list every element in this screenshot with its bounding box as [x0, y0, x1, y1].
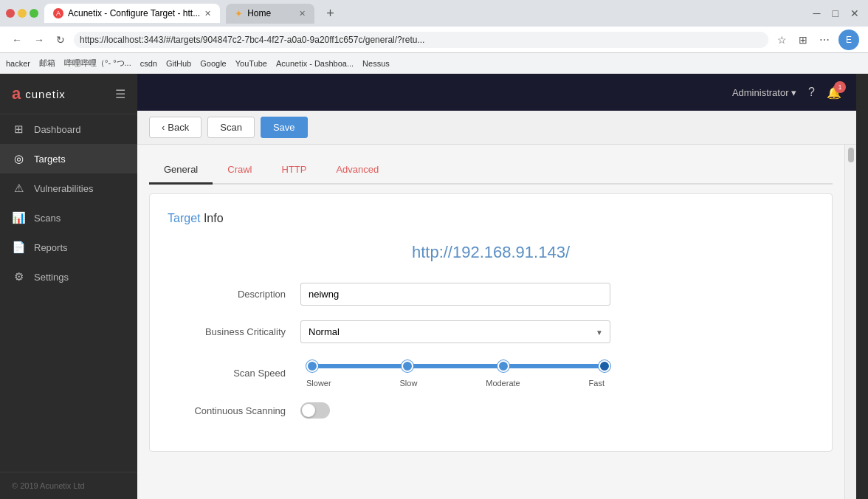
bookmark-github[interactable]: GitHub	[166, 59, 191, 68]
close-button[interactable]: ✕	[847, 4, 862, 22]
slider-dot-slower[interactable]	[306, 360, 318, 372]
bookmarks-bar: hacker 邮箱 哔哩哔哩（°- °つ... csdn GitHub Goog…	[0, 53, 868, 74]
slider-label-fast: Fast	[589, 379, 604, 388]
maximize-button[interactable]: □	[830, 4, 841, 22]
main-content: Administrator ▾ ? 🔔 1 ‹ Back Sca	[137, 74, 856, 499]
forward-nav-button[interactable]: →	[31, 31, 47, 49]
sidebar-item-label-vulnerabilities: Vulnerabilities	[34, 183, 93, 194]
description-input[interactable]	[300, 283, 610, 306]
scan-button-label: Scan	[220, 122, 242, 133]
sidebar-item-scans[interactable]: 📊 Scans	[0, 203, 137, 233]
tab-crawl[interactable]: Crawl	[213, 156, 266, 185]
new-tab-button[interactable]: +	[320, 3, 340, 24]
scan-button[interactable]: Scan	[207, 117, 255, 138]
window-maximize-button[interactable]	[30, 9, 38, 18]
reports-icon: 📄	[12, 241, 25, 254]
save-button[interactable]: Save	[261, 117, 308, 138]
help-icon[interactable]: ?	[808, 86, 815, 99]
user-dropdown-icon: ▾	[791, 87, 796, 98]
sidebar-footer: © 2019 Acunetix Ltd	[0, 472, 137, 499]
copyright-text: © 2019 Acunetix Ltd	[12, 481, 85, 490]
notification-button[interactable]: 🔔 1	[827, 86, 841, 100]
bookmark-mail[interactable]: 邮箱	[39, 58, 55, 69]
bookmark-youtube[interactable]: YouTube	[235, 59, 267, 68]
save-button-label: Save	[273, 122, 295, 133]
sidebar-navigation: ⊞ Dashboard ◎ Targets ⚠ Vulnerabilities …	[0, 114, 137, 472]
tab-label-inactive: Home	[247, 8, 271, 18]
browser-tab-inactive[interactable]: ✦ Home ✕	[226, 4, 314, 24]
description-field	[300, 283, 610, 306]
sidebar-item-vulnerabilities[interactable]: ⚠ Vulnerabilities	[0, 173, 137, 203]
sidebar-item-label-settings: Settings	[34, 272, 69, 283]
back-button-label: Back	[168, 122, 189, 133]
bookmark-acunetix[interactable]: Acunetix - Dashboa...	[276, 59, 354, 68]
slider-dot-moderate[interactable]	[497, 360, 509, 372]
refresh-button[interactable]: ↻	[53, 31, 68, 49]
slider-label-moderate: Moderate	[486, 379, 520, 388]
back-button[interactable]: ‹ Back	[149, 117, 202, 138]
content-wrapper: General Crawl HTTP Advanced	[137, 145, 856, 499]
business-criticality-field: Normal High Critical Low	[300, 320, 610, 343]
tab-favicon: A	[53, 8, 63, 18]
extensions-button[interactable]: ⊞	[796, 31, 810, 49]
window-close-button[interactable]	[6, 9, 15, 18]
logo-icon: a	[12, 84, 21, 103]
menu-button[interactable]: ⋯	[816, 31, 833, 49]
sidebar-item-reports[interactable]: 📄 Reports	[0, 233, 137, 262]
tab-advanced-label: Advanced	[336, 164, 379, 175]
scroll-thumb[interactable]	[848, 148, 854, 162]
settings-icon: ⚙	[12, 270, 25, 283]
user-dropdown[interactable]: Administrator ▾	[732, 87, 796, 98]
continuous-scanning-label: Continuous Scanning	[182, 405, 300, 416]
tab-advanced[interactable]: Advanced	[321, 156, 393, 185]
business-criticality-select[interactable]: Normal High Critical Low	[300, 320, 610, 343]
toggle-knob	[302, 404, 315, 417]
slider-label-slow: Slow	[400, 379, 418, 388]
tab-general-label: General	[164, 164, 198, 175]
sidebar: a cunetix ☰ ⊞ Dashboard ◎ Targets ⚠	[0, 74, 137, 499]
toolbar: ‹ Back Scan Save	[137, 111, 856, 145]
tab-close-button[interactable]: ✕	[204, 9, 211, 18]
tab-general[interactable]: General	[149, 156, 213, 185]
vulnerabilities-icon: ⚠	[12, 182, 25, 195]
minimize-button[interactable]: ─	[810, 4, 824, 22]
continuous-scanning-row: Continuous Scanning	[168, 402, 814, 419]
sidebar-item-settings[interactable]: ⚙ Settings	[0, 262, 137, 292]
bookmark-hacker[interactable]: hacker	[6, 59, 30, 68]
bookmark-csdn[interactable]: csdn	[140, 59, 157, 68]
slider-labels: Slower Slow Moderate Fast	[306, 379, 604, 388]
bookmark-bilibili[interactable]: 哔哩哔哩（°- °つ...	[64, 58, 131, 69]
header-right: Administrator ▾ ? 🔔 1	[732, 86, 841, 100]
slider-dots	[306, 360, 604, 372]
slider-dot-fast[interactable]	[599, 360, 610, 372]
slider-label-slower: Slower	[306, 379, 331, 388]
content-area: General Crawl HTTP Advanced	[137, 145, 844, 499]
tab-close-button-2[interactable]: ✕	[299, 9, 306, 18]
bookmark-nessus[interactable]: Nessus	[362, 59, 390, 68]
business-criticality-row: Business Criticality Normal High Critica…	[168, 320, 814, 343]
card-title-info: Info	[204, 212, 224, 224]
slider-wrapper: Slower Slow Moderate Fast	[306, 364, 604, 388]
scans-icon: 📊	[12, 211, 25, 224]
sidebar-item-dashboard[interactable]: ⊞ Dashboard	[0, 114, 137, 144]
tab-http[interactable]: HTTP	[266, 156, 321, 185]
scan-speed-slider-container: Slower Slow Moderate Fast	[300, 358, 610, 388]
scrollbar[interactable]	[844, 145, 856, 499]
bookmark-button[interactable]: ☆	[774, 31, 790, 49]
dashboard-icon: ⊞	[12, 123, 25, 136]
bookmark-google[interactable]: Google	[200, 59, 226, 68]
profile-button[interactable]: E	[838, 30, 859, 50]
sidebar-item-label-reports: Reports	[34, 242, 68, 253]
top-header: Administrator ▾ ? 🔔 1	[137, 74, 856, 111]
tab-label-active: Acunetix - Configure Target - htt...	[68, 8, 200, 18]
url-input[interactable]	[74, 32, 768, 48]
window-minimize-button[interactable]	[18, 9, 27, 18]
slider-dot-slow[interactable]	[402, 360, 413, 372]
app-container: a cunetix ☰ ⊞ Dashboard ◎ Targets ⚠	[0, 74, 868, 499]
sidebar-toggle-icon[interactable]: ☰	[115, 87, 125, 101]
browser-tab-active[interactable]: A Acunetix - Configure Target - htt... ✕	[44, 4, 220, 23]
sidebar-item-targets[interactable]: ◎ Targets	[0, 144, 137, 173]
targets-icon: ◎	[12, 152, 25, 165]
continuous-scanning-toggle[interactable]	[300, 402, 330, 419]
back-nav-button[interactable]: ←	[9, 31, 25, 49]
